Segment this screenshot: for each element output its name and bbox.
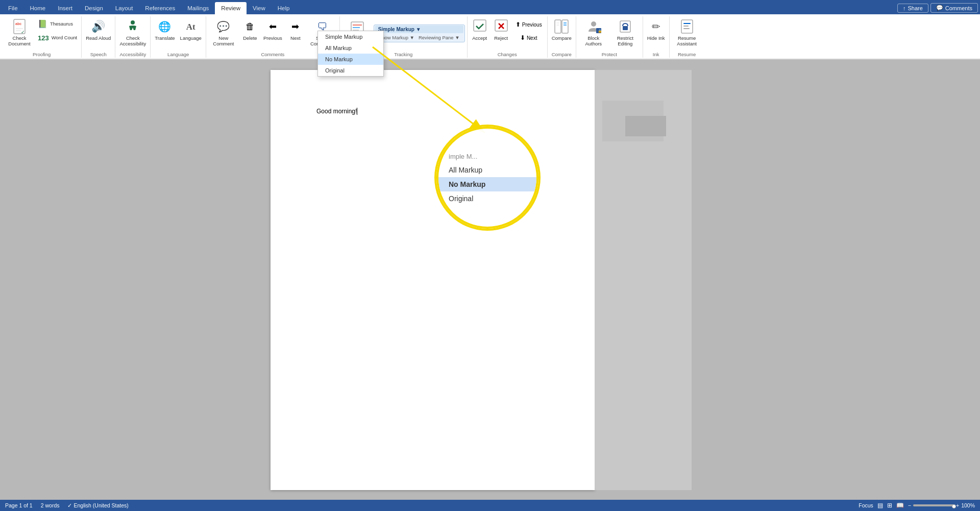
previous-change-icon: ⬆ xyxy=(516,21,521,28)
reject-button[interactable]: Reject xyxy=(491,17,511,42)
check-accessibility-button[interactable]: Check Accessibility xyxy=(117,17,148,48)
word-count-label: Word Count xyxy=(52,35,78,40)
speech-group: 🔊 Read Aloud Speech xyxy=(82,16,115,58)
zoom-control: − + 100% xyxy=(908,502,975,508)
resume-group: Resume Assistant Resume xyxy=(670,16,704,58)
ribbon-content: abc✓ Check Document 📗 Thesaurus 123 Word… xyxy=(0,14,980,59)
delete-comment-button[interactable]: 🗑 Delete xyxy=(240,17,260,42)
original-option[interactable]: Original xyxy=(318,65,383,76)
tab-home[interactable]: Home xyxy=(24,2,52,14)
accept-icon xyxy=(472,18,488,35)
svg-rect-15 xyxy=(562,20,568,33)
zoom-original[interactable]: Original xyxy=(438,191,536,206)
comments-icon: 💬 xyxy=(936,5,943,11)
read-aloud-button[interactable]: 🔊 Read Aloud xyxy=(84,17,113,42)
previous-comment-icon: ⬅ xyxy=(264,18,281,35)
tab-design[interactable]: Design xyxy=(79,2,109,14)
changes-group: Accept Reject ⬆ Previous ⬇ Next xyxy=(468,16,548,58)
restrict-editing-button[interactable]: Restrict Editing xyxy=(610,17,641,48)
status-bar: Page 1 of 1 2 words ✓ English (United St… xyxy=(0,500,980,511)
svg-rect-10 xyxy=(474,20,486,31)
zoom-all-markup[interactable]: All Markup xyxy=(438,163,536,177)
thesaurus-button[interactable]: 📗 Thesaurus xyxy=(36,17,79,31)
read-aloud-label: Read Aloud xyxy=(86,35,111,41)
zoom-no-markup[interactable]: No Markup xyxy=(438,177,536,191)
svg-text:🔒: 🔒 xyxy=(598,29,601,33)
accept-button[interactable]: Accept xyxy=(470,17,490,42)
all-markup-option[interactable]: All Markup xyxy=(318,42,383,54)
view-normal-icon[interactable]: ▤ xyxy=(877,502,883,509)
zoom-slider[interactable] xyxy=(913,504,954,506)
document-content[interactable]: Good morning! xyxy=(316,107,558,116)
changes-group-label: Changes xyxy=(470,51,545,58)
accessibility-group: Check Accessibility Accessibility xyxy=(115,16,151,58)
view-web-icon[interactable]: ⊞ xyxy=(887,502,892,509)
next-comment-icon: ➡ xyxy=(287,18,304,35)
compare-group: Compare Compare xyxy=(548,16,576,58)
previous-change-button[interactable]: ⬆ Previous xyxy=(513,18,544,31)
deco-block-2 xyxy=(625,116,666,136)
reject-icon xyxy=(493,18,509,35)
protect-group: 🔒 Block Authors Restrict Editing Protect xyxy=(576,16,643,58)
check-document-icon: abc✓ xyxy=(11,18,28,35)
zoom-circle-highlight: imple M... All Markup No Markup Original xyxy=(436,127,538,229)
next-change-button[interactable]: ⬇ Next xyxy=(513,32,544,44)
resume-assistant-button[interactable]: Resume Assistant xyxy=(672,17,702,48)
zoom-out-button[interactable]: − xyxy=(908,502,911,508)
language-status: ✓ English (United States) xyxy=(67,502,128,508)
delete-comment-label: Delete xyxy=(243,35,257,41)
language-button[interactable]: At Language xyxy=(178,17,204,42)
language-icon: At xyxy=(183,18,199,35)
focus-button[interactable]: Focus xyxy=(859,502,873,508)
word-count-button[interactable]: 123 Word Count xyxy=(36,31,79,44)
next-comment-button[interactable]: ➡ Next xyxy=(285,17,306,42)
accessibility-group-label: Accessibility xyxy=(117,51,148,58)
translate-icon: 🌐 xyxy=(157,18,173,35)
tab-mailings[interactable]: Mailings xyxy=(181,2,215,14)
svg-point-5 xyxy=(131,20,135,25)
proofing-group-label: Proofing xyxy=(4,51,79,58)
word-count-status: 2 words xyxy=(41,502,60,508)
restrict-editing-label: Restrict Editing xyxy=(612,35,639,47)
compare-group-label: Compare xyxy=(550,51,574,58)
tab-layout[interactable]: Layout xyxy=(109,2,139,14)
zoom-level[interactable]: 100% xyxy=(961,502,975,508)
reviewing-pane-button[interactable]: Reviewing Pane ▼ xyxy=(417,34,461,41)
tab-file[interactable]: File xyxy=(2,2,24,14)
block-authors-button[interactable]: 🔒 Block Authors xyxy=(578,17,609,48)
tab-insert[interactable]: Insert xyxy=(52,2,79,14)
new-comment-label: New Comment xyxy=(210,35,237,47)
speech-group-label: Speech xyxy=(84,51,113,58)
previous-comment-label: Previous xyxy=(263,35,282,41)
svg-text:abc: abc xyxy=(15,22,21,26)
document-page[interactable]: Good morning! xyxy=(271,70,595,490)
language-label: Language xyxy=(180,35,202,41)
check-document-button[interactable]: abc✓ Check Document xyxy=(4,17,35,48)
compare-button[interactable]: Compare xyxy=(550,17,574,42)
tab-help[interactable]: Help xyxy=(272,2,296,14)
next-comment-label: Next xyxy=(290,35,301,41)
ink-group-label: Ink xyxy=(645,51,667,58)
tab-review[interactable]: Review xyxy=(215,2,247,14)
restrict-editing-icon xyxy=(617,18,633,35)
word-count-icon: 123 xyxy=(38,34,49,42)
no-markup-option[interactable]: No Markup xyxy=(318,54,383,65)
tab-references[interactable]: References xyxy=(139,2,181,14)
translate-button[interactable]: 🌐 Translate xyxy=(153,17,177,42)
protect-group-label: Protect xyxy=(578,51,641,58)
resume-group-label: Resume xyxy=(672,51,702,58)
comments-button[interactable]: 💬 Comments xyxy=(930,3,978,13)
svg-rect-28 xyxy=(683,28,690,29)
tab-view[interactable]: View xyxy=(247,2,272,14)
hide-ink-button[interactable]: ✏ Hide Ink xyxy=(645,17,667,42)
previous-comment-button[interactable]: ⬅ Previous xyxy=(261,17,284,42)
share-button[interactable]: ↑ Share xyxy=(897,4,928,13)
zoom-in-button[interactable]: + xyxy=(956,502,959,508)
block-authors-label: Block Authors xyxy=(580,35,607,47)
simple-markup-selector[interactable]: Simple Markup ▼ xyxy=(375,26,463,33)
view-read-icon[interactable]: 📖 xyxy=(896,502,904,509)
simple-markup-option[interactable]: Simple Markup xyxy=(318,31,383,42)
new-comment-button[interactable]: 💬 New Comment xyxy=(208,17,239,48)
markup-dropdown: Simple Markup All Markup No Markup Origi… xyxy=(317,31,384,77)
delete-comment-icon: 🗑 xyxy=(242,18,258,35)
